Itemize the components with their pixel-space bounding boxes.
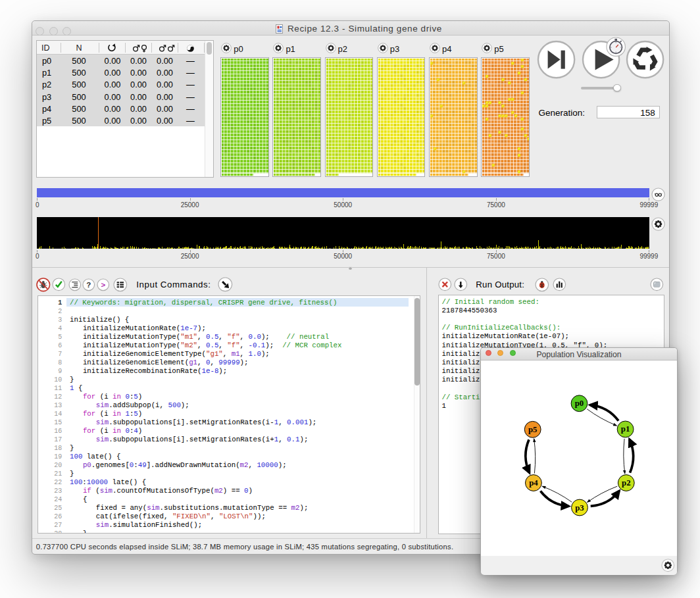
svg-text:?: ?: [86, 280, 91, 288]
svg-text:>: >: [101, 280, 106, 288]
svg-text:p0: p0: [575, 399, 584, 408]
svg-text:p2: p2: [622, 478, 631, 487]
svg-text:p1: p1: [621, 424, 630, 434]
svg-text:p5: p5: [528, 425, 538, 434]
svg-text:p4: p4: [529, 478, 538, 487]
svg-text:p3: p3: [575, 503, 584, 512]
